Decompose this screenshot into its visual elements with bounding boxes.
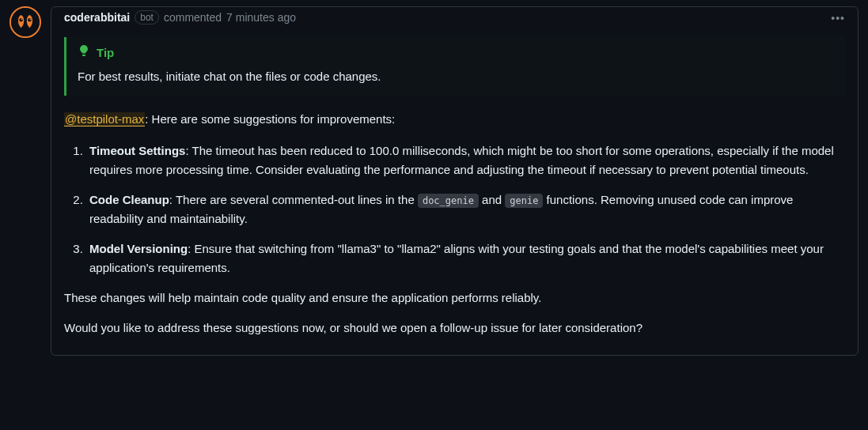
intro-line: @testpilot-max: Here are some suggestion…	[64, 110, 845, 129]
item-body-pre: : There are several commented-out lines …	[169, 193, 418, 206]
list-item: Code Cleanup: There are several commente…	[86, 190, 845, 228]
tip-text: For best results, initiate chat on the f…	[78, 67, 834, 86]
comment-body: coderabbitai bot commented 7 minutes ago…	[51, 6, 859, 356]
svg-point-1	[19, 18, 23, 22]
inline-code: genie	[505, 194, 543, 208]
avatar[interactable]	[9, 6, 41, 38]
tip-label: Tip	[97, 43, 114, 62]
tip-callout: Tip For best results, initiate chat on t…	[64, 37, 845, 96]
author-link[interactable]: coderabbitai	[64, 11, 130, 24]
inline-code: doc_genie	[418, 194, 479, 208]
bot-badge: bot	[135, 10, 159, 25]
kebab-menu-icon[interactable]: •••	[831, 12, 845, 25]
lightbulb-icon	[78, 43, 90, 62]
outro-question: Would you like to address these suggesti…	[64, 319, 845, 338]
comment-header: coderabbitai bot commented 7 minutes ago…	[51, 7, 858, 28]
comment: coderabbitai bot commented 7 minutes ago…	[0, 0, 868, 362]
item-body-mid: and	[479, 193, 505, 206]
svg-point-4	[29, 19, 31, 21]
list-item: Timeout Settings: The timeout has been r…	[86, 141, 845, 179]
item-title: Model Versioning	[89, 242, 188, 255]
item-body: : Ensure that switching from "llama3" to…	[89, 242, 824, 274]
comment-content: Tip For best results, initiate chat on t…	[51, 28, 858, 355]
item-title: Timeout Settings	[89, 144, 185, 157]
comment-action-text: commented	[164, 11, 222, 24]
svg-point-0	[11, 8, 40, 36]
mention-link[interactable]: @testpilot-max	[64, 112, 145, 126]
outro-paragraph: These changes will help maintain code qu…	[64, 289, 845, 307]
list-item: Model Versioning: Ensure that switching …	[86, 240, 845, 277]
svg-point-2	[28, 18, 32, 22]
svg-point-3	[21, 19, 23, 21]
timestamp[interactable]: 7 minutes ago	[226, 11, 296, 24]
item-body: : The timeout has been reduced to 100.0 …	[89, 144, 834, 176]
tip-header: Tip	[78, 43, 834, 62]
item-title: Code Cleanup	[89, 193, 169, 206]
suggestion-list: Timeout Settings: The timeout has been r…	[64, 141, 845, 277]
intro-suffix: : Here are some suggestions for improvem…	[145, 112, 395, 126]
